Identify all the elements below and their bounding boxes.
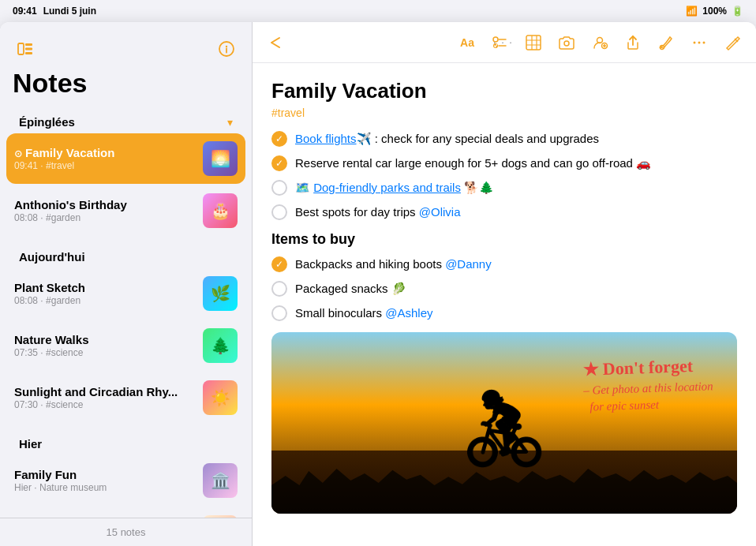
note-thumb-plant: 🌿	[203, 276, 238, 311]
svg-point-24	[698, 41, 701, 43]
note-content: Family Fun Hier · Nature museum	[14, 468, 196, 493]
checklist-item-flights: ✓ Book flights✈️ : check for any special…	[271, 130, 737, 147]
link-parks[interactable]: Dog-friendly parks and trails	[313, 181, 461, 194]
note-meta: 08:08 · #garden	[14, 295, 196, 306]
checklist-text-snacks: Packaged snacks 🥬	[295, 280, 737, 297]
note-meta: 07:35 · #science	[14, 347, 196, 358]
share-button[interactable]	[622, 32, 644, 54]
note-item-anthonios-birthday[interactable]: Anthonio's Birthday 08:08 · #garden 🎂	[6, 185, 245, 236]
checklist-item-backpacks: ✓ Backpacks and hiking boots @Danny	[271, 256, 737, 272]
status-time: 09:41	[13, 6, 37, 17]
checkbox-spots[interactable]	[271, 204, 287, 220]
today-label: Aujourd'hui	[19, 250, 85, 264]
checklist-item-parks: 🗺️ Dog-friendly parks and trails 🐕🌲	[271, 179, 737, 196]
back-button[interactable]	[265, 32, 287, 54]
note-item-family-fun[interactable]: Family Fun Hier · Nature museum 🏛️	[6, 455, 245, 506]
checkbox-snacks[interactable]	[271, 281, 287, 297]
note-content: Anthonio's Birthday 08:08 · #garden	[14, 198, 196, 223]
mention-olivia: @Olivia	[419, 205, 461, 219]
sidebar-toggle-button[interactable]	[13, 36, 38, 62]
checklist-item-car: ✓ Reserve rental car large enough for 5+…	[271, 155, 737, 171]
pinned-chevron[interactable]: ▾	[227, 116, 233, 129]
sidebar-footer: 15 notes	[0, 518, 252, 546]
note-content: Plant Sketch 08:08 · #garden	[14, 281, 196, 306]
note-thumb-family-vacation: 🌅	[203, 141, 238, 176]
yesterday-section-header: Hier	[6, 424, 245, 455]
pinned-label: Épinglées	[19, 115, 75, 129]
note-title: Nature Walks	[14, 333, 196, 346]
table-button[interactable]	[522, 32, 545, 54]
checklist-text-car: Reserve rental car large enough for 5+ d…	[295, 155, 737, 171]
checklist-item-spots: Best spots for day trips @Olivia	[271, 204, 737, 220]
font-button[interactable]: Aa	[456, 32, 478, 54]
note-heading: Family Vacation	[271, 79, 737, 103]
camera-button[interactable]	[556, 32, 578, 54]
checklist-item-binoculars: Small binoculars @Ashley	[271, 305, 737, 321]
wifi-icon: 📶	[686, 6, 698, 17]
checklist-item-snacks: Packaged snacks 🥬	[271, 280, 737, 297]
checklist-text-binoculars: Small binoculars @Ashley	[295, 305, 737, 321]
checkbox-car[interactable]: ✓	[271, 155, 287, 171]
sidebar-icons	[214, 36, 239, 62]
note-hashtag: #travel	[271, 107, 737, 119]
link-flights[interactable]: Book flights	[295, 132, 357, 145]
note-content: Sunlight and Circadian Rhy... 07:30 · #s…	[14, 385, 196, 410]
note-item-nature-walks[interactable]: Nature Walks 07:35 · #science 🌲	[6, 320, 245, 371]
app-container: Notes Épinglées ▾ ⊙Family Vacation 09:41…	[0, 22, 756, 546]
note-item-plant-sketch[interactable]: Plant Sketch 08:08 · #garden 🌿	[6, 268, 245, 319]
svg-point-25	[703, 41, 705, 43]
collaborate-button[interactable]	[589, 32, 611, 54]
svg-rect-12	[526, 36, 541, 50]
status-bar-left: 09:41 Lundi 5 juin	[13, 6, 96, 17]
checkbox-flights[interactable]: ✓	[271, 131, 287, 147]
svg-rect-2	[25, 48, 32, 50]
note-meta: 08:08 · #garden	[14, 212, 196, 223]
note-item-family-vacation[interactable]: ⊙Family Vacation 09:41 · #travel 🌅	[6, 133, 245, 184]
note-title: Sunlight and Circadian Rhy...	[14, 385, 196, 398]
checklist-text-spots: Best spots for day trips @Olivia	[295, 204, 737, 220]
checkbox-backpacks[interactable]: ✓	[271, 256, 287, 272]
note-meta: 09:41 · #travel	[14, 160, 196, 171]
mention-ashley: @Ashley	[385, 306, 432, 320]
checklist-text-parks: 🗺️ Dog-friendly parks and trails 🐕🌲	[295, 179, 737, 196]
status-day: Lundi 5 juin	[43, 6, 96, 17]
svg-point-17	[564, 41, 569, 46]
today-section-header: Aujourd'hui	[6, 237, 245, 268]
note-detail: ••• Aa	[253, 22, 756, 546]
note-thumb-birthday: 🎂	[203, 193, 238, 228]
note-item-sunlight[interactable]: Sunlight and Circadian Rhy... 07:30 · #s…	[6, 372, 245, 423]
note-thumb-nature: 🌲	[203, 328, 238, 363]
sidebar: Notes Épinglées ▾ ⊙Family Vacation 09:41…	[0, 22, 253, 546]
checkbox-parks[interactable]	[271, 180, 287, 196]
note-title: Family Fun	[14, 468, 196, 481]
notes-list[interactable]: Épinglées ▾ ⊙Family Vacation 09:41 · #tr…	[0, 103, 252, 518]
more-button[interactable]	[688, 32, 710, 54]
pinned-section-header: Épinglées ▾	[6, 103, 245, 133]
note-item-game-day[interactable]: Game Day Hier · #soccer ⚽	[6, 507, 245, 518]
note-title: ⊙Family Vacation	[14, 146, 196, 159]
checkbox-binoculars[interactable]	[271, 305, 287, 321]
mention-danny: @Danny	[445, 257, 492, 271]
svg-point-23	[694, 41, 696, 43]
note-toolbar: ••• Aa	[253, 22, 756, 63]
battery-status: 100%	[702, 6, 727, 17]
note-thumb-sunlight: ☀️	[203, 380, 238, 415]
sidebar-title: Notes	[13, 69, 239, 96]
note-thumb-family-fun: 🏛️	[203, 463, 238, 498]
battery-icon: 🔋	[732, 6, 743, 17]
yesterday-label: Hier	[19, 437, 42, 451]
note-meta: Hier · Nature museum	[14, 482, 196, 493]
handwriting-text: ★ Don't forget – Get photo at this locat…	[582, 353, 714, 415]
checklist-text-flights: Book flights✈️ : check for any special d…	[295, 130, 737, 147]
new-note-button[interactable]	[721, 32, 743, 54]
markup-button[interactable]	[655, 32, 677, 54]
sidebar-header	[0, 22, 252, 66]
note-body[interactable]: Family Vacation #travel ✓ Book flights✈️…	[253, 63, 756, 546]
more-options-button[interactable]	[214, 36, 239, 62]
note-meta: 07:30 · #science	[14, 399, 196, 410]
note-title: Anthonio's Birthday	[14, 198, 196, 211]
note-image: 🚴 ★ Don't forget – Get photo at this loc…	[271, 332, 737, 514]
svg-rect-3	[25, 52, 32, 54]
status-bar-right: 📶 100% 🔋	[686, 6, 743, 17]
items-to-buy-title: Items to buy	[271, 231, 737, 248]
